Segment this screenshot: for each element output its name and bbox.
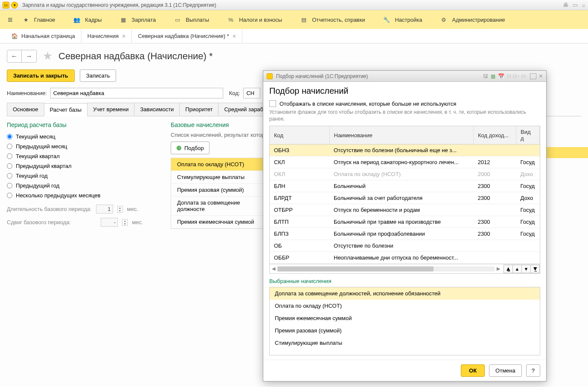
list-item[interactable]: Доплата за совмещение должносте (171, 196, 263, 216)
spinner-down-icon[interactable]: ▼ (118, 209, 122, 212)
duration-input[interactable] (96, 205, 113, 214)
table-row[interactable]: ОТБРРОтпуск по беременности и родамГосуд (270, 204, 540, 216)
nav-kadry[interactable]: 👥Кадры (73, 16, 102, 23)
list-item[interactable]: Премия ежемесячная суммой (171, 216, 263, 228)
save-button[interactable]: Записать (80, 69, 116, 82)
help-button[interactable]: ? (526, 364, 540, 377)
list-item[interactable]: Оплата по окладу (НСОТ) (171, 158, 263, 171)
nav-otchet[interactable]: ▤Отчетность, справки (300, 16, 365, 23)
list-item[interactable]: Премия разовая (суммой) (270, 324, 540, 337)
table-cell: СКЛ (270, 156, 329, 168)
radio-input[interactable] (7, 134, 12, 139)
table-row[interactable]: ОКЛОплата по окладу (НСОТ)2000Дохо (270, 168, 540, 180)
grid-scrollbar[interactable]: ◀ ▶ ▲̲ ▲ ▼ ▼̲ (269, 264, 540, 274)
table-row[interactable]: ОБОтсутствие по болезни (270, 240, 540, 252)
radio-current-year[interactable]: Текущий год (7, 171, 160, 181)
radio-prev-year[interactable]: Предыдущий год (7, 181, 160, 191)
back-button[interactable]: ← (7, 50, 22, 62)
ftab-base-calc[interactable]: Расчет базы (44, 103, 88, 116)
nav-nalogi[interactable]: %Налоги и взносы (227, 16, 282, 23)
col-kind[interactable]: Вид д (516, 126, 540, 144)
tab-accruals[interactable]: Начисления× (82, 29, 132, 43)
code-input[interactable] (243, 88, 260, 98)
radio-prev-quarter[interactable]: Предыдущий квартал (7, 161, 160, 171)
table-row[interactable]: БЛНБольничный2300Госуд (270, 180, 540, 192)
burger-icon[interactable]: ≡ (8, 15, 13, 25)
col-name[interactable]: Наименование (329, 126, 474, 144)
list-item[interactable]: Премия разовая (суммой) (171, 184, 263, 196)
list-item[interactable]: Стимулирующие выплаты (270, 337, 540, 349)
nav-vyplaty[interactable]: ▭Выплаты (174, 16, 209, 23)
app-logo-icon: 1c (3, 2, 9, 9)
nav-zarplata[interactable]: ▦Зарплата (119, 16, 156, 23)
radio-input[interactable] (7, 193, 12, 198)
list-item[interactable]: Стимулирующие выплаты (171, 171, 263, 184)
duration-spinner[interactable]: ▲▼ (117, 206, 123, 213)
favorite-star-icon[interactable]: ★ (43, 49, 52, 63)
list-item[interactable]: Доплата за совмещение должностей, исполн… (270, 287, 540, 300)
list-item[interactable]: Премия ежемесячная суммой (270, 312, 540, 324)
radio-prev-month[interactable]: Предыдущий месяц (7, 142, 160, 151)
app-title: Зарплата и кадры государственного учрежд… (22, 2, 216, 8)
nav-settings[interactable]: 🔧Настройка (383, 16, 422, 23)
close-icon[interactable]: × (233, 33, 236, 40)
radio-input[interactable] (7, 144, 12, 149)
list-item[interactable]: Оплата по окладу (НСОТ) (270, 300, 540, 312)
ftab-priority[interactable]: Приоритет (179, 103, 218, 116)
radio-input[interactable] (7, 173, 12, 179)
table-row[interactable]: ОББРНеоплачиваемые дни отпуска по береме… (270, 252, 540, 264)
radio-current-month[interactable]: Текущий месяц (7, 132, 160, 142)
sort-top-icon[interactable]: ▲̲ (504, 265, 513, 273)
search-icon[interactable]: ⌕ (582, 2, 585, 8)
radio-several-months[interactable]: Несколько предыдущих месяцев (7, 191, 160, 200)
radio-input[interactable] (7, 153, 12, 159)
table-row[interactable]: ОБНЗОтсутствие по болезни (больничный ещ… (270, 144, 540, 156)
nav-admin[interactable]: ⚙Администрирование (440, 16, 505, 23)
show-unused-checkbox[interactable] (269, 100, 276, 107)
ok-button[interactable]: ОК (461, 364, 485, 377)
calendar-icon[interactable]: 📅 (498, 73, 504, 79)
ftab-deps[interactable]: Зависимости (134, 103, 180, 116)
save-and-close-button[interactable]: Записать и закрыть (7, 69, 75, 82)
app-menu-dropdown-icon[interactable]: ▾ (11, 2, 18, 9)
scroll-track[interactable] (277, 266, 495, 271)
tab-current[interactable]: Северная надбавка (Начисление) *× (132, 29, 242, 43)
calc-icon[interactable]: ▦ (491, 73, 495, 79)
col-code[interactable]: Код (270, 126, 329, 144)
tab-home[interactable]: 🏠Начальная страница (5, 29, 82, 43)
close-icon[interactable]: × (122, 33, 125, 40)
table-row[interactable]: БЛТПБольничный при травме на производств… (270, 216, 540, 228)
minimize-icon[interactable] (530, 73, 536, 79)
save-icon[interactable]: 🖫 (483, 73, 488, 79)
close-icon[interactable]: × (539, 72, 543, 80)
ftab-time[interactable]: Учет времени (87, 103, 134, 116)
print-icon[interactable]: 🖶 (563, 2, 568, 8)
ftab-main[interactable]: Основное (7, 103, 44, 116)
nav-main[interactable]: ★Главное (22, 16, 55, 23)
radio-input[interactable] (7, 183, 12, 188)
show-unused-row[interactable]: Отображать в списке начисления, которые … (269, 100, 540, 107)
sort-up-icon[interactable]: ▲ (512, 265, 522, 273)
shift-spinner[interactable]: ▲▼ (122, 219, 128, 226)
radio-current-quarter[interactable]: Текущий квартал (7, 151, 160, 161)
shift-input[interactable] (101, 218, 118, 227)
spinner-down-icon[interactable]: ▼ (122, 222, 127, 225)
radio-input[interactable] (7, 163, 12, 169)
forward-button[interactable]: → (22, 50, 36, 62)
scroll-left-icon[interactable]: ◀ (270, 266, 277, 271)
window-icon[interactable]: ▭ (573, 2, 578, 8)
scroll-right-icon[interactable]: ▶ (495, 266, 502, 271)
table-row[interactable]: СКЛОтпуск на период санаторно-курортного… (270, 156, 540, 168)
cancel-button[interactable]: Отмена (489, 364, 522, 377)
table-row[interactable]: БЛПЗБольничный при профзаболевании2300Го… (270, 228, 540, 240)
table-row[interactable]: БЛРДТБольничный за счет работодателя2300… (270, 192, 540, 204)
spinner-up-icon[interactable]: ▲ (122, 219, 127, 222)
name-input[interactable] (50, 88, 223, 98)
sort-bottom-icon[interactable]: ▼̲ (530, 265, 540, 273)
sort-down-icon[interactable]: ▼ (521, 265, 531, 273)
col-income[interactable]: Код доход... (474, 126, 516, 144)
scroll-thumb[interactable] (277, 266, 434, 271)
spinner-up-icon[interactable]: ▲ (118, 206, 122, 209)
podbor-button[interactable]: ⊕Подбор (171, 142, 210, 154)
radio-label: Текущий год (16, 173, 48, 179)
